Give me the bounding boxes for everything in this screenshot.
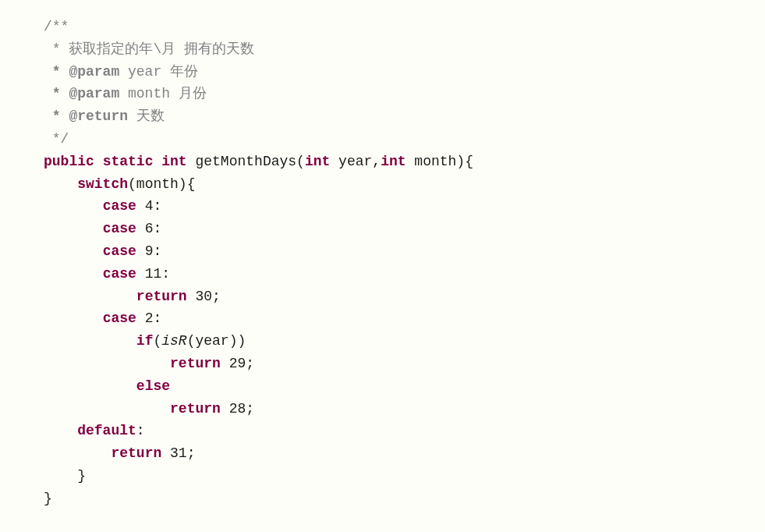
param-year: year, — [330, 154, 381, 169]
paren-open: ( — [296, 154, 305, 169]
paren-close: ) — [229, 333, 238, 349]
javadoc-param-desc: 年份 — [161, 64, 198, 80]
brace-open: { — [187, 176, 196, 192]
case-9: 9: — [136, 243, 161, 259]
param-month: month — [406, 154, 457, 169]
kw-return: return — [136, 289, 187, 304]
kw-if: if — [136, 333, 154, 349]
kw-public: public — [44, 154, 94, 169]
default-colon: : — [136, 423, 145, 438]
kw-else: else — [136, 378, 170, 394]
javadoc-desc: * 获取指定的年\月 拥有的天数 — [44, 41, 254, 57]
javadoc-return-tag: * @return — [44, 108, 128, 124]
paren-open: ( — [153, 333, 161, 349]
javadoc-param-tag: * @param — [44, 86, 119, 101]
javadoc-close: */ — [44, 131, 69, 147]
kw-case: case — [103, 221, 136, 236]
value-29: 29; — [221, 356, 254, 371]
kw-int: int — [305, 154, 330, 169]
code-block: /** * 获取指定的年\月 拥有的天数 * @param year 年份 * … — [0, 0, 765, 526]
kw-case: case — [103, 266, 136, 282]
paren-close: ) — [238, 333, 246, 349]
kw-return: return — [111, 445, 161, 461]
javadoc-open: /** — [44, 19, 69, 34]
kw-case: case — [103, 310, 136, 326]
kw-static: static — [103, 154, 154, 169]
paren-close: ) — [456, 154, 465, 169]
kw-return: return — [170, 401, 221, 417]
case-2: 2: — [136, 310, 161, 326]
paren-close: ) — [179, 176, 187, 192]
case-4: 4: — [136, 198, 161, 214]
paren-open: ( — [187, 333, 196, 349]
switch-close: } — [44, 468, 86, 484]
method-name: getMonthDays — [195, 154, 296, 169]
kw-default: default — [77, 423, 136, 438]
method-close: } — [44, 491, 52, 506]
kw-return: return — [170, 356, 221, 371]
switch-expr: month — [136, 176, 179, 192]
value-30: 30; — [187, 289, 221, 304]
javadoc-param-name: year — [119, 64, 161, 80]
kw-switch: switch — [77, 176, 128, 192]
case-6: 6: — [136, 221, 161, 236]
case-11: 11: — [136, 266, 170, 282]
kw-case: case — [103, 243, 136, 259]
javadoc-param-tag: * @param — [44, 64, 119, 80]
javadoc-return-desc: 天数 — [128, 108, 165, 124]
kw-int: int — [381, 154, 406, 169]
kw-case: case — [103, 198, 136, 214]
javadoc-param-desc: 月份 — [170, 86, 207, 101]
brace-open: { — [465, 154, 473, 169]
isR-call: isR — [161, 333, 186, 349]
paren-open: ( — [128, 176, 136, 192]
value-31: 31; — [161, 445, 195, 461]
value-28: 28; — [221, 401, 254, 417]
javadoc-param-name: month — [119, 86, 170, 101]
isR-arg: year — [195, 333, 228, 349]
kw-int: int — [161, 154, 186, 169]
